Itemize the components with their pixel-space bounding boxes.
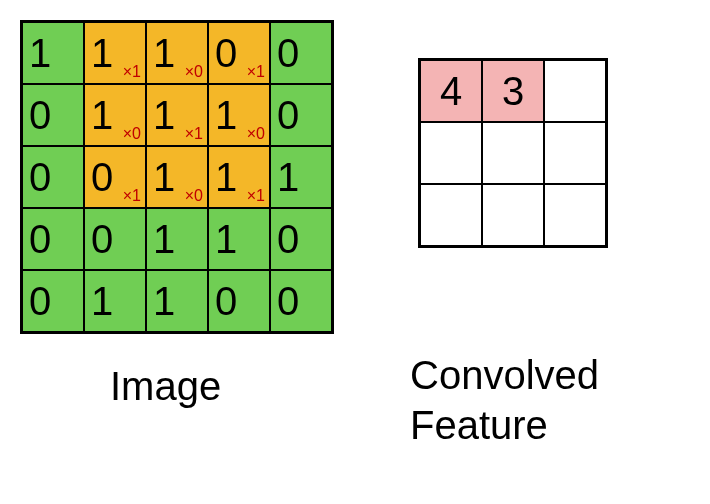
feature-cell-value: 3 <box>483 61 543 121</box>
image-cell: 0 <box>270 84 332 146</box>
kernel-weight-subscript: ×1 <box>247 187 265 205</box>
image-cell: 0 <box>22 208 84 270</box>
feature-cell-empty <box>482 184 544 246</box>
image-cell-value: 1 <box>147 209 207 269</box>
image-cell-value: 1 <box>23 23 83 83</box>
input-image-label: Image <box>110 364 221 409</box>
kernel-weight-subscript: ×0 <box>185 63 203 81</box>
image-cell-highlighted: 1×0 <box>146 22 208 84</box>
kernel-weight-subscript: ×1 <box>185 125 203 143</box>
image-cell: 0 <box>208 270 270 332</box>
kernel-weight-subscript: ×1 <box>123 63 141 81</box>
feature-cell-empty <box>544 184 606 246</box>
image-cell-value: 1 <box>209 209 269 269</box>
image-cell-highlighted: 1×0 <box>208 84 270 146</box>
feature-map-label: Convolved Feature <box>410 350 710 450</box>
image-cell: 1 <box>84 270 146 332</box>
image-cell-value: 1 <box>271 147 331 207</box>
feature-cell-empty <box>482 122 544 184</box>
image-cell: 0 <box>270 208 332 270</box>
kernel-weight-subscript: ×1 <box>247 63 265 81</box>
image-cell: 0 <box>270 22 332 84</box>
image-cell-value: 0 <box>271 271 331 331</box>
kernel-weight-subscript: ×0 <box>185 187 203 205</box>
feature-cell-empty <box>420 184 482 246</box>
image-cell: 1 <box>22 22 84 84</box>
image-cell: 1 <box>208 208 270 270</box>
image-cell-highlighted: 1×1 <box>146 84 208 146</box>
kernel-weight-subscript: ×1 <box>123 187 141 205</box>
feature-cell-computed: 3 <box>482 60 544 122</box>
feature-cell-computed: 4 <box>420 60 482 122</box>
image-cell-value: 0 <box>271 85 331 145</box>
image-cell-value: 0 <box>209 271 269 331</box>
input-image-grid: 11×11×00×1001×01×11×0000×11×01×110011001… <box>20 20 334 334</box>
image-cell: 1 <box>146 208 208 270</box>
image-cell-highlighted: 0×1 <box>84 146 146 208</box>
kernel-weight-subscript: ×0 <box>123 125 141 143</box>
feature-cell-value: 4 <box>421 61 481 121</box>
image-cell: 1 <box>146 270 208 332</box>
image-cell: 0 <box>84 208 146 270</box>
image-cell-value: 0 <box>23 271 83 331</box>
image-cell-highlighted: 1×0 <box>146 146 208 208</box>
feature-cell-empty <box>420 122 482 184</box>
image-cell-highlighted: 0×1 <box>208 22 270 84</box>
image-cell: 0 <box>22 146 84 208</box>
feature-cell-empty <box>544 122 606 184</box>
feature-cell-empty <box>544 60 606 122</box>
image-cell-value: 0 <box>85 209 145 269</box>
image-cell-highlighted: 1×0 <box>84 84 146 146</box>
image-cell-value: 0 <box>23 209 83 269</box>
image-cell: 1 <box>270 146 332 208</box>
image-cell-value: 0 <box>23 147 83 207</box>
image-cell-highlighted: 1×1 <box>84 22 146 84</box>
image-cell-value: 1 <box>147 271 207 331</box>
image-cell-value: 1 <box>85 271 145 331</box>
image-cell-value: 0 <box>271 209 331 269</box>
kernel-weight-subscript: ×0 <box>247 125 265 143</box>
image-cell: 0 <box>270 270 332 332</box>
image-cell-value: 0 <box>23 85 83 145</box>
convolved-feature-grid: 43 <box>418 58 608 248</box>
image-cell-value: 0 <box>271 23 331 83</box>
image-cell: 0 <box>22 270 84 332</box>
image-cell: 0 <box>22 84 84 146</box>
image-cell-highlighted: 1×1 <box>208 146 270 208</box>
